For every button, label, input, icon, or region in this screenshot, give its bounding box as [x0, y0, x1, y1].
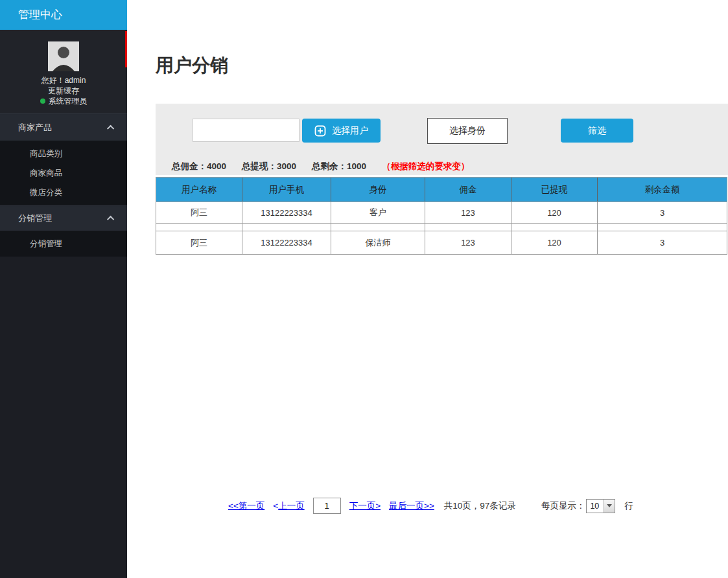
per-page-value: 10: [587, 502, 604, 511]
cell-withdrawn: 120: [511, 231, 597, 254]
total-withdrawn: 总提现：3000: [242, 161, 296, 172]
cell-username: 阿三: [156, 202, 242, 223]
cell-commission: 123: [425, 231, 511, 254]
cell-remaining: 3: [597, 231, 727, 254]
filter-submit-label: 筛选: [588, 125, 606, 137]
summary-row: 总佣金：4000 总提现：3000 总剩余：1000 （根据筛选的要求变）: [172, 161, 469, 172]
chevron-up-icon: [107, 216, 114, 223]
topbar: 管理中心: [0, 0, 127, 30]
sidebar-item-distribution-mgmt[interactable]: 分销管理: [0, 234, 127, 253]
next-page-link[interactable]: 下一页>: [349, 500, 381, 512]
group-label: 分销管理: [18, 213, 52, 224]
page-title: 用户分销: [156, 53, 228, 78]
admin-app: 管理中心 您好！admin 更新缓存 系统管理员 商家产品: [0, 0, 728, 578]
per-page-control: 每页显示： 10 行: [541, 499, 633, 513]
prev-page-link[interactable]: <上一页: [273, 500, 304, 512]
table-row: 阿三 13122223334 保洁师 123 120 3: [156, 231, 727, 254]
prev-page-label: 上一页: [278, 501, 305, 511]
cell-identity: 保洁师: [331, 231, 425, 254]
col-header-identity: 身份: [331, 178, 425, 202]
dropdown-arrow-icon: [604, 500, 615, 513]
row-spacer: [156, 224, 727, 231]
group-label: 商家产品: [18, 122, 52, 133]
table-header-row: 用户名称 用户手机 身份 佣金 已提现 剩余金额: [156, 178, 727, 202]
prev-arrow: <: [273, 501, 278, 511]
select-identity-button[interactable]: 选择身份: [427, 118, 508, 144]
profile-section: 您好！admin 更新缓存 系统管理员: [0, 30, 127, 113]
main-content: 用户分销 选择用户 选择身份 筛选 总佣金：4000 总提现：3000 总剩余：…: [127, 0, 728, 578]
col-header-remaining: 剩余金额: [597, 178, 727, 202]
online-status-dot: [40, 98, 45, 104]
cell-username: 阿三: [156, 231, 242, 254]
cell-phone: 13122223334: [242, 231, 331, 254]
plus-icon: [314, 125, 326, 137]
last-page-link[interactable]: 最后一页>>: [389, 500, 434, 512]
user-search-input[interactable]: [193, 119, 299, 142]
per-page-label: 每页显示：: [541, 500, 585, 512]
page-number-input[interactable]: [313, 498, 341, 514]
col-header-withdrawn: 已提现: [511, 178, 597, 202]
sidebar-group-merchant-products[interactable]: 商家产品: [0, 113, 127, 141]
cell-withdrawn: 120: [511, 202, 597, 223]
table-row: 阿三 13122223334 客户 123 120 3: [156, 202, 727, 224]
distribution-table: 用户名称 用户手机 身份 佣金 已提现 剩余金额 阿三 13122223334 …: [156, 177, 727, 255]
avatar[interactable]: [48, 41, 79, 71]
pagination: <<第一页 <上一页 下一页> 最后一页>> 共10页，97条记录 每页显示： …: [228, 498, 633, 514]
sidebar: 管理中心 您好！admin 更新缓存 系统管理员 商家产品: [0, 0, 127, 578]
greeting-text: 您好！admin: [0, 75, 127, 86]
col-header-commission: 佣金: [425, 178, 511, 202]
cell-identity: 客户: [331, 202, 425, 223]
submenu-distribution: 分销管理: [0, 231, 127, 257]
role-line: 系统管理员: [0, 96, 127, 106]
sidebar-item-microstore-category[interactable]: 微店分类: [0, 183, 127, 202]
cell-commission: 123: [425, 202, 511, 223]
sidebar-group-distribution[interactable]: 分销管理: [0, 205, 127, 231]
records-summary: 共10页，97条记录: [444, 500, 516, 512]
col-header-username: 用户名称: [156, 178, 242, 202]
role-text: 系统管理员: [49, 96, 88, 106]
sidebar-item-merchant-goods[interactable]: 商家商品: [0, 163, 127, 183]
update-cache-link[interactable]: 更新缓存: [0, 86, 127, 96]
cell-phone: 13122223334: [242, 202, 331, 223]
filter-submit-button[interactable]: 筛选: [561, 119, 633, 143]
rows-unit-label: 行: [624, 500, 633, 512]
app-title: 管理中心: [0, 0, 127, 30]
sidebar-menu: 商家产品 商品类别 商家商品 微店分类 分销管理 分销管理: [0, 113, 127, 257]
first-page-link[interactable]: <<第一页: [228, 500, 264, 512]
chevron-up-icon: [107, 124, 114, 132]
cell-remaining: 3: [597, 202, 727, 223]
sidebar-item-product-category[interactable]: 商品类别: [0, 144, 127, 163]
col-header-phone: 用户手机: [242, 178, 331, 202]
select-user-label: 选择用户: [332, 125, 368, 137]
per-page-select[interactable]: 10: [586, 499, 615, 513]
total-commission: 总佣金：4000: [172, 161, 226, 172]
total-remaining: 总剩余：1000: [312, 161, 366, 172]
submenu-merchant-products: 商品类别 商家商品 微店分类: [0, 141, 127, 205]
summary-note: （根据筛选的要求变）: [382, 161, 469, 172]
filter-bar: 选择用户 选择身份 筛选 总佣金：4000 总提现：3000 总剩余：1000 …: [156, 104, 728, 175]
select-user-button[interactable]: 选择用户: [302, 119, 381, 143]
